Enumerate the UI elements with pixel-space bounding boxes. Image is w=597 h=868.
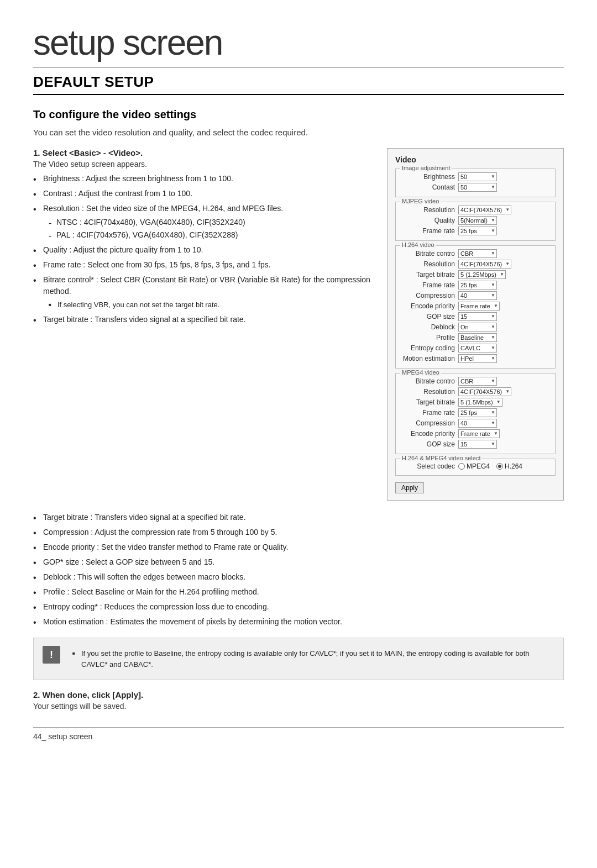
- h264-label: H.264 video: [400, 241, 436, 248]
- codec-mpeg4-radio[interactable]: MPEG4: [458, 462, 490, 470]
- h264-profile-select[interactable]: Baseline: [458, 333, 497, 342]
- image-adjustment-section: Image adjustment Brightness 50 Contast 5…: [395, 169, 556, 197]
- list-item: Target bitrate : Transfers video signal …: [33, 314, 370, 325]
- intro-text: You can set the video resolution and qua…: [33, 128, 564, 137]
- mpeg4-gop-select[interactable]: 15: [458, 440, 497, 449]
- list-item: Profile : Select Baseline or Main for th…: [33, 586, 564, 598]
- h264-gop-label: GOP size: [400, 313, 458, 320]
- h264-resolution-select[interactable]: 4CIF(704X576): [458, 260, 511, 269]
- codec-select-field-label: Select codec: [400, 462, 458, 470]
- h264-entropy-select[interactable]: CAVLC: [458, 344, 497, 353]
- h264-compression-select[interactable]: 40: [458, 291, 497, 300]
- mpeg4-targetbitrate-label: Target bitrate: [400, 398, 458, 406]
- notice-content: If you set the profile to Baseline, the …: [67, 646, 554, 672]
- codec-select-section: H.264 & MPEG4 video select Select codec …: [395, 459, 556, 476]
- codec-h264-radio[interactable]: H.264: [496, 462, 522, 470]
- mpeg4-framerate-row: Frame rate 25 fps: [400, 408, 551, 417]
- footer: 44_ setup screen: [33, 727, 564, 741]
- mjpeg-quality-select[interactable]: 5(Normal): [458, 216, 497, 225]
- mpeg4-radio-label: MPEG4: [467, 462, 490, 470]
- mpeg4-encodepriority-select[interactable]: Frame rate: [458, 429, 500, 438]
- mpeg4-bitrate-label: Bitrate contro: [400, 377, 458, 385]
- mjpeg-quality-row: Quality 5(Normal): [400, 216, 551, 225]
- mjpeg-resolution-label: Resolution: [400, 206, 458, 214]
- h264-bitrate-row: Bitrate contro CBR: [400, 249, 551, 258]
- list-item: Resolution : Set the video size of the M…: [33, 203, 370, 241]
- h264-bitrate-select[interactable]: CBR: [458, 249, 497, 258]
- h264-resolution-row: Resolution 4CIF(704X576): [400, 260, 551, 269]
- h264-compression-label: Compression: [400, 292, 458, 299]
- h264-framerate-row: Frame rate 25 fps: [400, 281, 551, 290]
- mpeg4-label: MPEG4 video: [400, 369, 441, 376]
- mjpeg-framerate-row: Frame rate 25 fps: [400, 227, 551, 235]
- mpeg4-bitrate-row: Bitrate contro CBR: [400, 377, 551, 386]
- h264-motion-label: Motion estimation: [400, 355, 458, 362]
- notice-icon: !: [43, 646, 60, 664]
- h264-targetbitrate-label: Target bitrate: [400, 271, 458, 278]
- list-item: PAL : 4CIF(704x576), VGA(640X480), CIF(3…: [49, 229, 370, 241]
- list-item: Encode priority : Set the video transfer…: [33, 541, 564, 553]
- list-item: Frame rate : Select one from 30 fps, 15 …: [33, 259, 370, 271]
- h264-gop-select[interactable]: 15: [458, 312, 497, 321]
- mpeg4-section: MPEG4 video Bitrate contro CBR Resolutio…: [395, 373, 556, 454]
- notice-box: ! If you set the profile to Baseline, th…: [33, 638, 564, 680]
- step1-label: 1. Select <Basic> - <Video>.: [33, 148, 370, 157]
- subsection-title: To configure the video settings: [33, 108, 564, 121]
- list-item: Compression : Adjust the compression rat…: [33, 527, 564, 538]
- mpeg4-framerate-select[interactable]: 25 fps: [458, 408, 497, 417]
- h264-encodepriority-select[interactable]: Frame rate: [458, 302, 500, 311]
- mpeg4-gop-row: GOP size 15: [400, 440, 551, 449]
- apply-button[interactable]: Apply: [395, 482, 424, 493]
- list-item: NTSC : 4CIF(704x480), VGA(640X480), CIF(…: [49, 217, 370, 228]
- bullet-list: Brightness : Adjust the screen brightnes…: [33, 173, 370, 325]
- h264-framerate-select[interactable]: 25 fps: [458, 281, 497, 290]
- mjpeg-section: MJPEG video Resolution 4CIF(704X576) Qua…: [395, 202, 556, 241]
- list-item: Brightness : Adjust the screen brightnes…: [33, 173, 370, 185]
- step2-label: 2. When done, click [Apply].: [33, 690, 564, 699]
- h264-targetbitrate-row: Target bitrate 5 (1.25Mbps): [400, 270, 551, 279]
- mpeg4-encodepriority-row: Encode priority Frame rate: [400, 429, 551, 438]
- h264-deblock-row: Deblock On: [400, 323, 551, 332]
- mpeg4-compression-select[interactable]: 40: [458, 419, 497, 428]
- brightness-select[interactable]: 50: [458, 172, 497, 181]
- mpeg4-resolution-select[interactable]: 4CIF(704X576): [458, 387, 511, 396]
- sub-bullet-list: NTSC : 4CIF(704x480), VGA(640X480), CIF(…: [49, 217, 370, 241]
- mpeg4-targetbitrate-select[interactable]: 5 (1.5Mbps): [458, 398, 502, 407]
- list-item: Target bitrate : Transfers video signal …: [33, 512, 564, 523]
- list-item: Deblock : This will soften the edges bet…: [33, 571, 564, 583]
- mpeg4-radio-circle[interactable]: [458, 463, 465, 470]
- mpeg4-compression-row: Compression 40: [400, 419, 551, 428]
- image-adjustment-label: Image adjustment: [400, 165, 452, 171]
- vbr-note-list: If selecting VBR, you can not set the ta…: [49, 299, 370, 311]
- mjpeg-quality-label: Quality: [400, 217, 458, 224]
- list-item: GOP* size : Select a GOP size between 5 …: [33, 556, 564, 568]
- h264-resolution-label: Resolution: [400, 260, 458, 268]
- mpeg4-bitrate-select[interactable]: CBR: [458, 377, 497, 386]
- mjpeg-framerate-label: Frame rate: [400, 227, 458, 235]
- list-item: Contrast : Adjust the contrast from 1 to…: [33, 188, 370, 199]
- contrast-select[interactable]: 50: [458, 183, 497, 192]
- mpeg4-resolution-label: Resolution: [400, 388, 458, 396]
- h264-motion-row: Motion estimation HPel: [400, 354, 551, 363]
- h264-deblock-select[interactable]: On: [458, 323, 497, 332]
- h264-motion-select[interactable]: HPel: [458, 354, 497, 363]
- notice-bullet-list: If you set the profile to Baseline, the …: [72, 648, 554, 670]
- brightness-row: Brightness 50: [400, 172, 551, 181]
- h264-targetbitrate-select[interactable]: 5 (1.25Mbps): [458, 270, 506, 279]
- mpeg4-targetbitrate-row: Target bitrate 5 (1.5Mbps): [400, 398, 551, 407]
- h264-profile-row: Profile Baseline: [400, 333, 551, 342]
- h264-compression-row: Compression 40: [400, 291, 551, 300]
- codec-select-label: H.264 & MPEG4 video select: [400, 455, 482, 461]
- mpeg4-resolution-row: Resolution 4CIF(704X576): [400, 387, 551, 396]
- mpeg4-gop-label: GOP size: [400, 440, 458, 448]
- mjpeg-framerate-select[interactable]: 25 fps: [458, 227, 497, 235]
- mpeg4-compression-label: Compression: [400, 419, 458, 427]
- mjpeg-resolution-select[interactable]: 4CIF(704X576): [458, 206, 511, 214]
- h264-radio-circle[interactable]: [496, 463, 503, 470]
- h264-gop-row: GOP size 15: [400, 312, 551, 321]
- contrast-label: Contast: [400, 183, 458, 191]
- h264-framerate-label: Frame rate: [400, 281, 458, 289]
- list-item: Bitrate control* : Select CBR (Constant …: [33, 274, 370, 311]
- h264-entropy-row: Entropy coding CAVLC: [400, 344, 551, 353]
- h264-deblock-label: Deblock: [400, 323, 458, 331]
